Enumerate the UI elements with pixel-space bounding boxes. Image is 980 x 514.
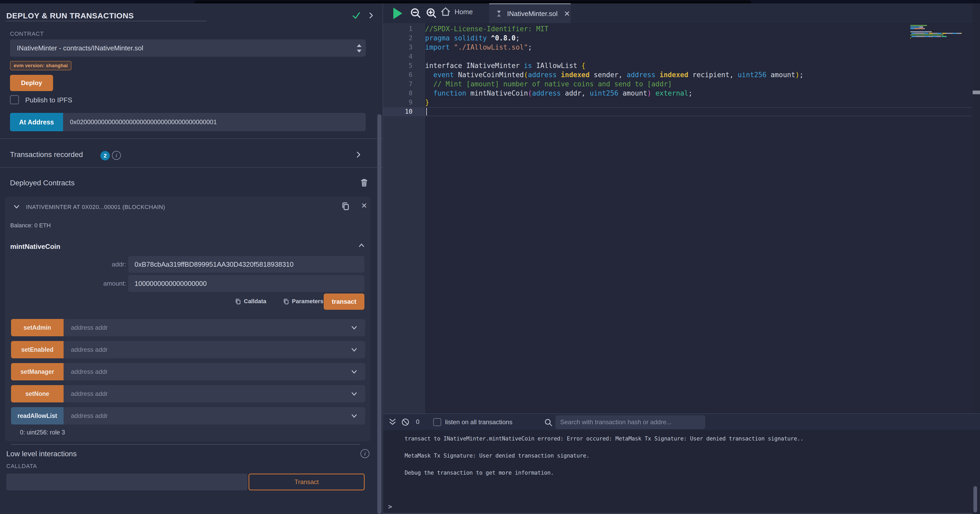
addr-field-input[interactable]: 0xB78cbAa319ffBD899951AA30D4320f58189383… [128, 256, 364, 273]
line-number: 2 [383, 33, 425, 43]
terminal-prompt[interactable]: > [388, 503, 392, 511]
line-number: 1 [383, 24, 425, 33]
calldata-label: CALLDATA [6, 463, 37, 470]
at-address-input[interactable]: 0x02000000000000000000000000000000000000… [63, 113, 366, 131]
chevron-down-icon[interactable] [350, 346, 358, 354]
terminal-scrollbar-thumb[interactable] [974, 486, 977, 512]
function-row: setManageraddress addr [11, 363, 365, 381]
setManager-button[interactable]: setManager [11, 363, 64, 381]
transactions-expand-chevron-icon[interactable] [354, 151, 363, 159]
line-number: 7 [383, 79, 425, 89]
transactions-count-badge: 2 [100, 151, 110, 160]
terminal-collapse-icon[interactable] [388, 418, 397, 427]
terminal-search-input[interactable] [556, 416, 705, 429]
divider [0, 138, 383, 139]
gutter: 12345678910 [383, 23, 425, 414]
terminal-bottom-scrollbar[interactable] [383, 513, 973, 514]
tab-inativeminter[interactable]: INativeMinter.sol ✕ [489, 3, 571, 23]
editor-scrollbar-thumb[interactable] [973, 90, 980, 94]
function-row: setEnabledaddress addr [11, 341, 365, 359]
listen-transactions-label: listen on all transactions [445, 419, 512, 426]
publish-ipfs-checkbox[interactable] [10, 95, 19, 104]
run-script-play-icon[interactable] [393, 8, 402, 19]
at-address-row: At Address 0x020000000000000000000000000… [10, 113, 366, 131]
setNone-button[interactable]: setNone [11, 385, 64, 403]
chevron-down-icon[interactable] [350, 390, 358, 398]
home-tab-label: Home [455, 8, 473, 16]
call-result: 0: uint256: role 3 [20, 429, 65, 436]
editor-scrollbar-track[interactable] [973, 3, 980, 414]
terminal-lines: transact to INativeMinter.mintNativeCoin… [383, 430, 961, 481]
deployed-contract-header[interactable]: INATIVEMINTER AT 0X020...00001 (BLOCKCHA… [26, 204, 165, 211]
zoom-in-icon[interactable] [425, 7, 438, 19]
amount-field-input[interactable]: 1000000000000000000 [128, 275, 364, 292]
listen-transactions-checkbox[interactable] [433, 418, 441, 426]
divider [0, 167, 383, 168]
function-arg-input[interactable]: address addr [64, 368, 350, 375]
terminal: 0 listen on all transactions transact to… [383, 414, 980, 514]
copy-address-icon[interactable] [340, 201, 350, 211]
code-line: event NativeCoinMinted(address indexed s… [425, 70, 910, 79]
code-line: // Mint [amount] number of native coins … [425, 79, 910, 89]
info-icon[interactable]: i [112, 151, 121, 160]
pending-tx-count: 0 [416, 418, 419, 425]
info-icon[interactable]: i [361, 449, 369, 458]
expanded-function-name: mintNativeCoin [10, 243, 60, 251]
contract-select-value: INativeMinter - contracts/INativeMinter.… [17, 44, 143, 52]
solidity-file-icon [495, 9, 503, 18]
at-address-button[interactable]: At Address [10, 113, 63, 131]
close-tab-icon[interactable]: ✕ [564, 10, 570, 18]
code-editor: Home INativeMinter.sol ✕ 12345678910 //S… [383, 3, 980, 414]
window-notch [194, 0, 751, 3]
function-row: setAdminaddress addr [11, 319, 365, 336]
setEnabled-button[interactable]: setEnabled [11, 341, 64, 359]
minimap-code[interactable] [910, 25, 971, 41]
chevron-down-icon[interactable] [350, 412, 358, 420]
setAdmin-button[interactable]: setAdmin [11, 319, 64, 336]
clear-console-icon[interactable] [401, 418, 410, 427]
addr-field-label: addr: [95, 261, 126, 268]
panel-scrollbar[interactable] [377, 114, 382, 514]
code-line: } [425, 98, 910, 107]
chevron-up-icon[interactable] [357, 241, 366, 250]
zoom-out-icon[interactable] [409, 7, 422, 19]
calldata-action-label: Calldata [244, 298, 266, 305]
line-number: 4 [383, 52, 425, 61]
copy-calldata-button[interactable]: Calldata [234, 298, 266, 305]
line-number: 9 [383, 98, 425, 107]
window-top-strip [0, 0, 980, 3]
readAllowList-button[interactable]: readAllowList [11, 407, 64, 425]
low-level-title: Low level interactions [6, 450, 77, 458]
line-number: 5 [383, 61, 425, 70]
line-number: 3 [383, 43, 425, 52]
function-arg-input[interactable]: address addr [64, 346, 350, 353]
text-cursor [426, 108, 427, 116]
search-icon [544, 418, 553, 427]
panel-title: DEPLOY & RUN TRANSACTIONS [6, 11, 134, 20]
chevron-down-icon[interactable] [350, 368, 358, 376]
parameters-action-label: Parameters [292, 298, 323, 305]
title-divider [6, 21, 207, 21]
transact-button[interactable]: transact [324, 293, 364, 310]
code-line: //SPDX-License-Identifier: MIT [425, 24, 910, 33]
trash-icon[interactable] [360, 178, 369, 187]
contract-select[interactable]: INativeMinter - contracts/INativeMinter.… [10, 40, 366, 57]
copy-parameters-button[interactable]: Parameters [282, 298, 323, 305]
function-arg-input[interactable]: address addr [64, 390, 350, 397]
terminal-log-line: MetaMask Tx Signature: User denied trans… [383, 447, 961, 464]
amount-field-label: amount: [95, 280, 126, 287]
panel-pin-chevron-right-icon[interactable] [367, 11, 375, 20]
calldata-input[interactable] [6, 474, 248, 490]
copy-icon [234, 298, 241, 305]
function-arg-input[interactable]: address addr [64, 324, 350, 331]
remove-contract-icon[interactable]: ✕ [360, 202, 368, 210]
terminal-log-line: transact to INativeMinter.mintNativeCoin… [383, 430, 961, 447]
code-line: import "./IAllowList.sol"; [425, 43, 910, 52]
deploy-button[interactable]: Deploy [10, 75, 53, 91]
low-level-transact-button[interactable]: Transact [248, 474, 365, 490]
function-arg-input[interactable]: address addr [64, 412, 350, 419]
code-lines[interactable]: //SPDX-License-Identifier: MITpragma sol… [425, 23, 910, 116]
chevron-down-icon[interactable] [12, 202, 21, 211]
tab-home[interactable]: Home [440, 6, 473, 17]
chevron-down-icon[interactable] [350, 324, 358, 332]
